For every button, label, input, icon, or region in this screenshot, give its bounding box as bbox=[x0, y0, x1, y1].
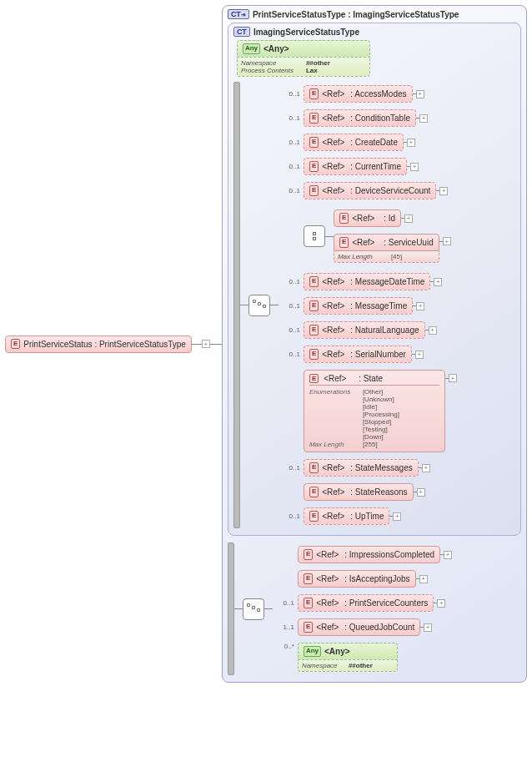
expand-icon[interactable]: + bbox=[393, 512, 401, 521]
expand-icon[interactable]: + bbox=[419, 575, 428, 583]
ref-node: E<Ref> : IsAcceptingJobs bbox=[298, 570, 416, 588]
root-element: E PrintServiceStatus : PrintServiceStatu… bbox=[5, 336, 192, 353]
expand-icon[interactable]: + bbox=[416, 90, 424, 98]
ref-node: E<Ref> : PrintServiceCounters bbox=[298, 594, 434, 612]
element-tag: E bbox=[309, 185, 319, 195]
ref-row: E<Ref> : ImpressionsCompleted+ bbox=[273, 546, 521, 563]
ref-label: : SerialNumber bbox=[348, 349, 405, 360]
any-tag: Any bbox=[243, 43, 260, 53]
ref-node: E<Ref> : StateMessages bbox=[304, 459, 419, 477]
ref-text: <Ref> bbox=[322, 487, 344, 497]
occurs-label: 0..1 bbox=[279, 326, 300, 334]
occurs-label: 0..1 bbox=[279, 464, 300, 472]
element-tag: E bbox=[309, 325, 319, 335]
diagram-root: E PrintServiceStatus : PrintServiceStatu… bbox=[5, 5, 527, 683]
ref-row: 0..1E<Ref> : UpTime+ bbox=[279, 507, 515, 525]
element-tag: E bbox=[309, 137, 319, 147]
expand-icon[interactable]: + bbox=[417, 488, 425, 497]
expand-icon[interactable]: + bbox=[443, 237, 451, 245]
ref-text: <Ref> bbox=[322, 300, 344, 311]
element-tag: E bbox=[309, 161, 319, 171]
ref-text: <Ref> bbox=[316, 598, 339, 608]
sequence-compositor bbox=[243, 598, 264, 620]
ref-row: 0..1E<Ref> : StateMessages+ bbox=[279, 459, 515, 477]
ref-row: E<Ref> : IsAcceptingJobs+ bbox=[273, 570, 521, 588]
ref-node: E<Ref> : ConditionTable bbox=[304, 109, 416, 127]
element-tag: E bbox=[11, 339, 20, 349]
ref-label: : ImpressionsCompleted bbox=[342, 549, 434, 560]
outer-title-text: PrintServiceStatusType : ImagingServiceS… bbox=[253, 10, 459, 19]
ref-text: <Ref> bbox=[322, 462, 344, 473]
ref-text: <Ref> bbox=[316, 573, 339, 584]
ref-node: E<Ref> : AccessModes bbox=[304, 85, 413, 103]
expand-icon[interactable]: + bbox=[202, 340, 210, 348]
ref-node: E<Ref> : ImpressionsCompleted bbox=[298, 546, 440, 563]
any2-row: 0..* Any <Any> Namespace##other bbox=[273, 643, 521, 672]
ref-row: 0..1E<Ref> : AccessModes+ bbox=[279, 85, 515, 103]
expand-icon[interactable]: + bbox=[444, 551, 452, 559]
any-detail: Namespace##other bbox=[298, 660, 398, 672]
ct-badge: CT bbox=[233, 27, 250, 37]
any-detail: Namespace##other Process ContentsLax bbox=[237, 58, 370, 77]
ref-row: 1..1E<Ref> : QueuedJobCount+ bbox=[273, 618, 521, 636]
element-tag: E bbox=[304, 549, 313, 559]
expand-icon[interactable]: + bbox=[422, 464, 430, 472]
ref-text: <Ref> bbox=[322, 185, 344, 196]
expand-icon[interactable]: + bbox=[410, 163, 419, 171]
ref-label: : MessageTime bbox=[348, 300, 407, 311]
element-tag: E bbox=[304, 598, 313, 608]
occurs-label: 0..1 bbox=[279, 114, 300, 122]
ref-node: E<Ref> : QueuedJobCount bbox=[298, 618, 420, 636]
ref-label: : StateMessages bbox=[348, 462, 412, 473]
ref-text: <Ref> bbox=[322, 137, 344, 148]
ref-node: E<Ref> : SerialNumber bbox=[304, 346, 412, 363]
state-enum-value: Enumerations[Other] bbox=[309, 388, 439, 396]
occurs-label: 0..1 bbox=[279, 351, 300, 358]
inner-panel-title: CT ImagingServiceStatusType bbox=[233, 27, 515, 37]
ref-row: 0..1E<Ref> : SerialNumber+ bbox=[279, 346, 515, 363]
ref-text: <Ref> bbox=[316, 622, 339, 633]
ref-text: <Ref> bbox=[322, 161, 344, 172]
expand-icon[interactable]: + bbox=[419, 114, 428, 123]
ref-label: : PrintServiceCounters bbox=[342, 598, 428, 608]
ref-label: : CreateDate bbox=[348, 137, 397, 148]
expand-icon[interactable]: + bbox=[439, 187, 448, 195]
ref-text: <Ref> bbox=[322, 88, 344, 99]
ref-text: <Ref> bbox=[322, 276, 344, 287]
expand-icon[interactable]: + bbox=[449, 374, 457, 382]
sequence-compositor bbox=[248, 295, 270, 316]
ref-row: 0..1E<Ref> : DeviceServiceCount+ bbox=[279, 182, 515, 199]
any-label: <Any> bbox=[324, 646, 350, 657]
ref-node: E<Ref> : UpTime bbox=[304, 507, 390, 525]
element-tag: E bbox=[304, 573, 313, 583]
root-label: PrintServiceStatus : PrintServiceStatusT… bbox=[23, 339, 186, 350]
state-enum-value: [Idle] bbox=[309, 403, 439, 411]
expand-icon[interactable]: + bbox=[429, 326, 437, 335]
expand-icon[interactable]: + bbox=[434, 278, 442, 286]
element-tag: E bbox=[309, 88, 319, 98]
expand-icon[interactable]: + bbox=[424, 623, 432, 632]
expand-icon[interactable]: + bbox=[415, 351, 424, 359]
expand-icon[interactable]: + bbox=[404, 214, 413, 223]
element-tag: E bbox=[304, 622, 313, 632]
choice-row: E <Ref> : Id + E bbox=[279, 206, 515, 266]
uuid-detail: Max Length[45] bbox=[334, 251, 439, 263]
ref-node: E<Ref> : DeviceServiceCount bbox=[304, 182, 437, 199]
occurs-label: 0..1 bbox=[279, 163, 300, 170]
any-tag: Any bbox=[304, 646, 321, 656]
state-enum-value: [Processing] bbox=[309, 411, 439, 418]
ref-node: E<Ref> : MessageDateTime bbox=[304, 273, 430, 290]
occurs-label: 0..1 bbox=[279, 90, 300, 98]
element-tag: E bbox=[309, 349, 319, 359]
expand-icon[interactable]: + bbox=[416, 302, 424, 310]
element-tag: E bbox=[309, 113, 319, 123]
ref-row: 0..1E<Ref> : PrintServiceCounters+ bbox=[273, 594, 521, 612]
inner-title-text: ImagingServiceStatusType bbox=[253, 28, 359, 37]
connector bbox=[210, 344, 222, 345]
ref-node: E<Ref> : CurrentTime bbox=[304, 158, 407, 175]
expand-icon[interactable]: + bbox=[437, 599, 445, 608]
expand-icon[interactable]: + bbox=[407, 139, 415, 147]
ref-row: 0..1E<Ref> : MessageDateTime+ bbox=[279, 273, 515, 290]
outer-panel-title: CT➔ PrintServiceStatusType : ImagingServ… bbox=[228, 9, 521, 19]
ref-node: E<Ref> : StateReasons bbox=[304, 483, 414, 501]
